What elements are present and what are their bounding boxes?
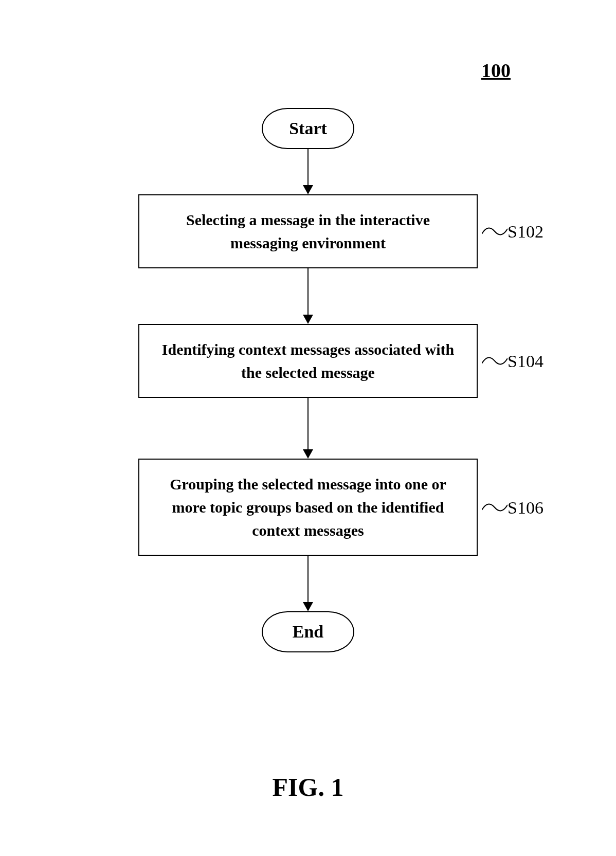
connector-squiggle-3 [482,497,508,518]
connector-squiggle-1 [482,221,508,242]
step-3-text: Grouping the selected message into one o… [170,476,446,539]
step-2-text: Identifying context messages associated … [162,341,454,381]
process-step-2: Identifying context messages associated … [138,324,478,398]
step-3-label: S106 [508,494,543,520]
arrow-1 [303,149,313,194]
figure-number: 100 [481,59,511,82]
end-terminal: End [262,611,354,652]
connector-squiggle-2 [482,351,508,371]
process-step-1: Selecting a message in the interactive m… [138,194,478,268]
step-1-text: Selecting a message in the interactive m… [186,211,430,251]
start-terminal: Start [262,108,354,149]
arrow-4 [303,556,313,611]
arrow-2 [303,268,313,324]
step-2-label: S104 [508,348,543,374]
step-1-label: S102 [508,218,543,245]
arrow-3 [303,398,313,459]
flowchart-container: Start Selecting a message in the interac… [138,108,478,652]
process-step-3: Grouping the selected message into one o… [138,459,478,556]
end-label: End [293,622,324,642]
start-label: Start [289,119,327,138]
figure-caption: FIG. 1 [273,772,344,802]
